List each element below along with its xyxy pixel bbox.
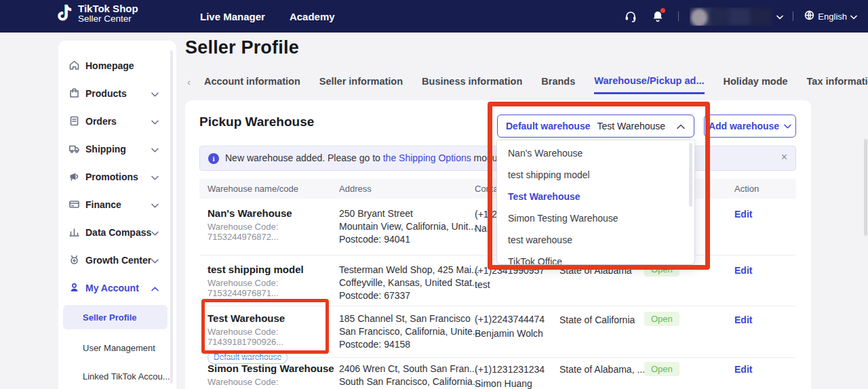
banner-close-icon[interactable]: × <box>781 151 787 163</box>
edit-link[interactable]: Edit <box>734 364 752 375</box>
contact-cell: (+1)2243744474 Benjamin Wolch <box>475 312 563 341</box>
person-icon <box>68 282 80 293</box>
sidebar-item-data-compass[interactable]: Data Compass <box>58 218 176 246</box>
section-title: Pickup Warehouse <box>199 115 314 129</box>
chevron-up-icon <box>151 282 159 294</box>
language-label: English <box>818 12 847 22</box>
add-warehouse-button[interactable]: Add warehouse <box>704 115 796 138</box>
tab-tax-information[interactable]: Tax information <box>807 70 868 93</box>
info-icon: i <box>208 153 219 164</box>
tiktok-logo-icon <box>57 4 73 22</box>
warehouse-code: Warehouse Code: 7153244976872... <box>208 222 336 242</box>
state-cell: State of California <box>559 314 635 325</box>
warehouse-name: test shipping model <box>208 264 336 275</box>
logo-line1: TikTok Shop <box>78 3 138 14</box>
support-headset-icon[interactable] <box>624 9 637 23</box>
chevron-down-icon <box>151 115 159 127</box>
page-scrollbar[interactable] <box>864 139 867 236</box>
sidebar-item-orders[interactable]: Orders <box>58 107 176 135</box>
state-cell: State of Alabama, ... <box>559 364 645 375</box>
sidebar-item-my-account[interactable]: My Account <box>58 274 176 302</box>
dropdown-option-nans-warehouse[interactable]: Nan's Warehouse <box>497 142 694 164</box>
sidebar-item-products[interactable]: Products <box>58 79 176 107</box>
sidebar-subitem-linked-tiktok[interactable]: Linked TikTok Accou... <box>58 366 176 386</box>
sidebar-label-data-compass: Data Compass <box>85 227 151 238</box>
edit-link[interactable]: Edit <box>734 265 752 276</box>
home-icon <box>68 60 80 71</box>
state-cell: State of Alabama <box>559 265 632 276</box>
warehouse-code: Warehouse Code: 71439181790926... <box>208 327 336 347</box>
dropdown-option-test-shipping-model[interactable]: test shipping model <box>497 164 694 186</box>
edit-link[interactable]: Edit <box>734 209 752 220</box>
user-management-label: User Management <box>83 343 155 353</box>
top-header: TikTok Shop Seller Center Live Manager A… <box>0 0 868 33</box>
bar-chart-icon <box>68 226 80 238</box>
warehouse-name-cell: Nan's Warehouse Warehouse Code: 71532449… <box>208 207 336 242</box>
warehouse-dropdown-menu: Nan's Warehouse test shipping model Test… <box>497 140 694 264</box>
address-cell: 185 Channel St, San Francisco San Franci… <box>339 312 468 351</box>
edit-link[interactable]: Edit <box>734 314 752 325</box>
sidebar-label-my-account: My Account <box>85 283 139 293</box>
account-chevron-down-icon <box>776 10 783 22</box>
header-divider-2 <box>793 12 793 21</box>
nav-academy[interactable]: Academy <box>290 11 335 22</box>
truck-icon <box>68 143 80 155</box>
document-icon <box>68 115 80 127</box>
page-title: Seller Profile <box>185 37 299 58</box>
tab-holiday-mode[interactable]: Holiday mode <box>724 70 788 93</box>
seller-profile-label: Seller Profile <box>83 312 136 323</box>
banner-text-prefix: New warehouse added. Please go to <box>225 152 383 163</box>
tab-brands[interactable]: Brands <box>541 70 575 93</box>
table-row: Simon Testing Warehouse Warehouse Code: … <box>199 357 796 389</box>
globe-icon <box>804 10 814 22</box>
dropdown-option-test-warehouse-2[interactable]: test warehouse <box>497 229 694 251</box>
sidebar-item-homepage[interactable]: Homepage <box>58 52 176 79</box>
pickup-warehouse-card: Pickup Warehouse i New warehouse added. … <box>185 100 811 389</box>
header-right-cluster: English <box>624 0 868 33</box>
contact-cell: (+1)2341990957 test <box>475 264 563 292</box>
shipping-options-link[interactable]: the Shipping Options <box>383 152 471 163</box>
chevron-up-icon <box>677 120 685 132</box>
dropdown-scrollbar[interactable] <box>689 143 692 207</box>
chevron-down-icon <box>151 171 159 183</box>
dropdown-option-tiktok-office[interactable]: TikTok Office <box>497 251 694 264</box>
nav-live-manager[interactable]: Live Manager <box>200 11 265 22</box>
notifications-bell-icon[interactable] <box>651 9 665 23</box>
tab-warehouse-pickup-address[interactable]: Warehouse/Pickup ad... <box>594 69 704 94</box>
language-selector[interactable]: English <box>804 10 857 22</box>
banner-text: New warehouse added. Please go to the Sh… <box>225 152 528 163</box>
account-menu[interactable] <box>690 7 783 26</box>
warehouse-name-cell: Simon Testing Warehouse Warehouse Code: … <box>208 363 343 389</box>
account-name-redacted <box>690 7 772 26</box>
sidebar-item-finance[interactable]: Finance <box>58 190 176 218</box>
sidebar-item-shipping[interactable]: Shipping <box>58 135 176 163</box>
default-warehouse-select[interactable]: Default warehouse Test Warehouse <box>497 115 694 138</box>
sidebar-subitem-seller-profile[interactable]: Seller Profile <box>63 305 167 329</box>
sidebar: Homepage Products Orders Shipping Promot… <box>58 41 176 389</box>
tab-seller-information[interactable]: Seller information <box>319 70 403 93</box>
medal-icon <box>68 254 80 266</box>
dropdown-option-test-warehouse[interactable]: Test Warehouse <box>497 186 694 207</box>
language-chevron-down-icon <box>850 12 857 22</box>
warehouse-name: Nan's Warehouse <box>208 207 336 219</box>
warehouse-name-cell: Test Warehouse Warehouse Code: 714391817… <box>208 312 336 364</box>
warehouse-name: Test Warehouse <box>208 312 336 324</box>
tabs-scroll-left-icon[interactable]: ‹ <box>183 76 195 87</box>
chevron-down-icon <box>151 199 159 211</box>
top-nav: Live Manager Academy <box>200 0 335 33</box>
warehouse-name: Simon Testing Warehouse <box>208 363 343 374</box>
sidebar-subitem-user-management[interactable]: User Management <box>58 337 176 358</box>
col-header-address: Address <box>339 184 372 194</box>
dropdown-option-simon-testing-warehouse[interactable]: Simon Testing Warehouse <box>497 207 694 229</box>
sidebar-label-homepage: Homepage <box>85 60 134 71</box>
sidebar-item-growth-center[interactable]: Growth Center <box>58 246 176 274</box>
tab-account-information[interactable]: Account information <box>204 70 300 93</box>
seller-center-logo[interactable]: TikTok Shop Seller Center <box>57 3 138 24</box>
logo-line2: Seller Center <box>78 14 138 24</box>
account-avatar <box>691 9 707 26</box>
linked-tiktok-label: Linked TikTok Accou... <box>83 371 170 382</box>
sidebar-item-promotions[interactable]: Promotions <box>58 163 176 190</box>
tab-business-information[interactable]: Business information <box>422 70 522 93</box>
select-label: Default warehouse <box>506 121 590 131</box>
sidebar-label-orders: Orders <box>85 116 117 127</box>
